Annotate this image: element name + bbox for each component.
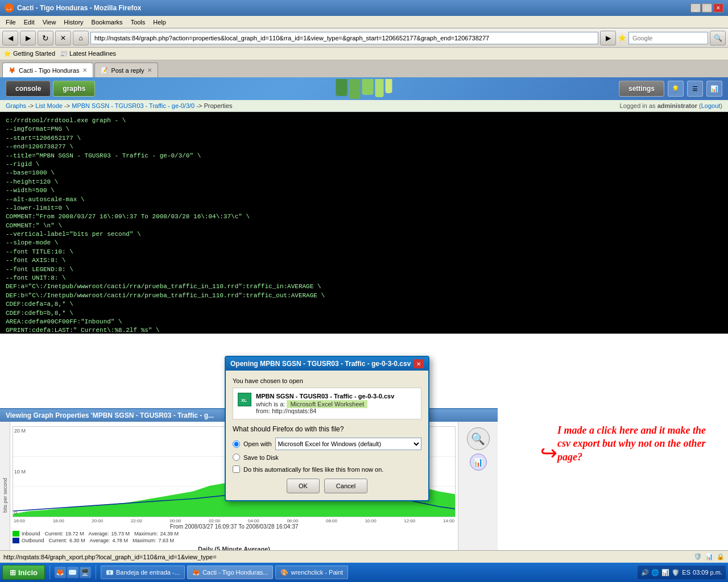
settings-button[interactable]: settings: [619, 81, 664, 97]
menu-view[interactable]: View: [39, 18, 60, 27]
dialog-body: You have chosen to open XL MPBN SGSN - T…: [226, 371, 428, 500]
open-with-radio[interactable]: [233, 440, 240, 448]
menu-tools[interactable]: Tools: [127, 18, 149, 27]
rrd-line-23: CDEF:cdefb=b,8,* \: [6, 309, 722, 318]
breadcrumb: Graphs -> List Mode -> MPBN SGSN - TGUSR…: [6, 102, 233, 109]
status-url: http://nqstats:84/graph_xport.php?local_…: [3, 554, 217, 560]
dialog-close-button[interactable]: ✕: [413, 359, 424, 368]
maximize-button[interactable]: □: [702, 3, 712, 13]
taskbar-paint[interactable]: 🎨 wrenchclick - Paint: [275, 566, 348, 579]
logout-link[interactable]: Logout: [701, 102, 721, 109]
file-icon: XL: [238, 393, 251, 406]
windows-icon: ⊞: [10, 568, 16, 577]
open-with-label: Open with: [243, 440, 272, 447]
menubar: File Edit View History Bookmarks Tools H…: [0, 16, 728, 28]
filetype-value: Microsoft Excel Worksheet: [287, 400, 367, 408]
inbound-color: [13, 531, 19, 537]
cacti-logo: [336, 79, 392, 99]
tab-cacti-close[interactable]: ✕: [82, 67, 87, 73]
cancel-button[interactable]: Cancel: [324, 479, 367, 493]
taskbar-cacti[interactable]: 🦊 Cacti - Tigo Honduras...: [187, 566, 274, 579]
quick-launch-ie[interactable]: 🦊: [55, 567, 66, 578]
breadcrumb-properties: Properties: [204, 102, 232, 109]
ok-button[interactable]: OK: [287, 479, 320, 493]
date-range: From 2008/03/27 16:09:37 To 2008/03/28 1…: [13, 523, 456, 530]
nav-right: settings 💡 ☰ 📊: [619, 81, 722, 97]
tab-cacti[interactable]: 🦊 Cacti - Tigo Honduras ✕: [2, 63, 93, 77]
zoom-icon[interactable]: 🔍: [467, 427, 490, 450]
auto-checkbox[interactable]: [233, 465, 240, 473]
breadcrumb-listmode[interactable]: List Mode: [35, 102, 63, 109]
nav-icon-3[interactable]: 📊: [706, 81, 722, 97]
tab-post-reply-label: Post a reply: [111, 67, 144, 74]
forward-button[interactable]: ▶: [20, 31, 36, 45]
rrd-line-5: --title="MPBN SGSN - TGUSR03 - Traffic -…: [6, 152, 722, 160]
y-labels: 20 M 10 M 0: [14, 427, 26, 517]
rrd-line-1: c:/rrdtool/rrdtool.exe graph - \: [6, 117, 722, 125]
logged-in-text: Logged in as administrator (Logout): [620, 102, 722, 109]
outbound-color: [13, 538, 19, 543]
quick-launch-desktop[interactable]: 🖥️: [80, 567, 91, 578]
graph-tools: 🔍 📊: [458, 422, 498, 569]
console-button[interactable]: console: [6, 81, 51, 97]
nav-icon-1[interactable]: 💡: [668, 81, 684, 97]
taskbar: ⊞ Inicio 🦊 ✉️ 🖥️ 📧 Bandeja de entrada -.…: [0, 563, 728, 582]
breadcrumb-sep2: ->: [64, 102, 72, 109]
go-button[interactable]: ▶: [600, 31, 616, 45]
status-icon-3: 🔒: [717, 553, 725, 560]
nav-icon-2[interactable]: ☰: [687, 81, 703, 97]
dialog-filename: MPBN SGSN - TGUSR03 - Traffic - ge-0-3-0…: [256, 393, 416, 400]
search-go-button[interactable]: 🔍: [710, 31, 726, 45]
bookmark-star[interactable]: ★: [618, 32, 627, 44]
status-bar: http://nqstats:84/graph_xport.php?local_…: [0, 550, 728, 563]
tab-post-reply-close[interactable]: ✕: [147, 67, 152, 73]
y-axis-label: bits per second: [0, 422, 10, 569]
breadcrumb-traffic[interactable]: MPBN SGSN - TGUSR03 - Traffic - ge-0/3/0: [72, 102, 195, 109]
app-select[interactable]: Microsoft Excel for Windows (default): [275, 438, 421, 450]
taskbar-paint-icon: 🎨: [280, 569, 288, 576]
rrd-line-24: AREA:cdefa#00CF00FF:"Inbound" \: [6, 318, 722, 326]
menu-edit[interactable]: Edit: [20, 18, 38, 27]
annotation-text: I made a click here and it make the csv …: [557, 424, 717, 464]
tab-cacti-label: Cacti - Tigo Honduras: [19, 67, 79, 74]
taskbar-bandeja[interactable]: 📧 Bandeja de entrada -...: [101, 566, 185, 579]
start-label: Inicio: [18, 568, 38, 577]
save-to-disk-radio[interactable]: [233, 454, 240, 461]
inbound-max-label: Maximum:: [134, 531, 158, 537]
tray-icon-3: 📊: [661, 569, 669, 576]
menu-history[interactable]: History: [60, 18, 86, 27]
graphs-button[interactable]: graphs: [53, 81, 95, 97]
rrd-line-19: --font UNIT:8: \: [6, 274, 722, 282]
home-button[interactable]: ⌂: [73, 31, 89, 45]
tab-post-reply[interactable]: 📝 Post a reply ✕: [94, 63, 158, 77]
menu-bookmarks[interactable]: Bookmarks: [88, 18, 126, 27]
rrd-line-17: --font AXIS:8: \: [6, 256, 722, 265]
rrd-line-8: --height=120 \: [6, 178, 722, 186]
rrd-line-12: COMMENT:"From 2008/03/27 16\:09\:37 To 2…: [6, 213, 722, 221]
auto-label: Do this automatically for files like thi…: [243, 466, 383, 473]
radio-group: Open with Microsoft Excel for Windows (d…: [233, 438, 421, 461]
search-box[interactable]: [628, 32, 708, 44]
tray-time: 03:09 p.m.: [693, 569, 722, 576]
menu-file[interactable]: File: [2, 18, 19, 27]
quick-launch-mail[interactable]: ✉️: [67, 567, 78, 578]
minimize-button[interactable]: _: [690, 3, 701, 13]
menu-help[interactable]: Help: [150, 18, 169, 27]
reload-button[interactable]: ↻: [38, 31, 53, 45]
back-button[interactable]: ◀: [2, 31, 18, 45]
start-button[interactable]: ⊞ Inicio: [2, 565, 45, 580]
bookmark-latest-headlines[interactable]: 📰 Latest Headlines: [60, 50, 116, 57]
rrd-line-6: --rigid \: [6, 160, 722, 169]
rrd-line-15: --slope-mode \: [6, 239, 722, 247]
close-button[interactable]: ✕: [713, 3, 723, 13]
export-icon[interactable]: 📊: [470, 454, 487, 471]
stop-button[interactable]: ✕: [55, 31, 71, 45]
taskbar-bandeja-icon: 📧: [106, 569, 114, 576]
svg-text:XL: XL: [241, 398, 247, 403]
address-bar[interactable]: [90, 32, 598, 44]
bookmark-getting-started[interactable]: ⭐ Getting Started: [3, 50, 55, 57]
file-open-dialog: Opening MPBN SGSN - TGUSR03 - Traffic - …: [225, 356, 429, 501]
breadcrumb-graphs[interactable]: Graphs: [6, 102, 26, 109]
dialog-from: from: http://nqstats:84: [256, 408, 416, 414]
taskbar-paint-label: wrenchclick - Paint: [291, 569, 343, 576]
